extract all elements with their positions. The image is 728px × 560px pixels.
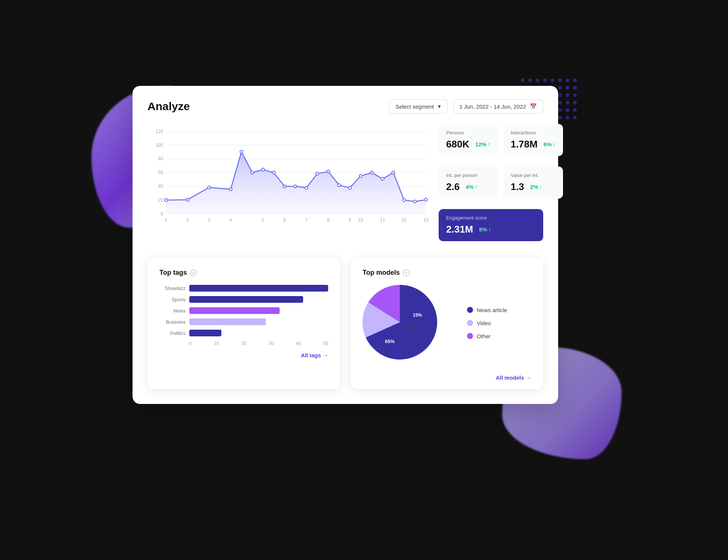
up-arrow-icon: ↑ [475, 184, 478, 190]
svg-point-24 [305, 186, 308, 189]
info-icon-tags: i [190, 270, 197, 276]
stats-grid: Persons 680K 12% ↑ Interactions [439, 124, 543, 204]
legend-dot-news-article [467, 307, 473, 313]
legend-dot-other [467, 333, 473, 339]
line-chart-svg: 120 100 80 60 40 20 0 [147, 124, 430, 228]
svg-point-35 [424, 198, 427, 201]
top-tags-card: Top tags i Showbizz Sports [147, 258, 340, 389]
legend-item-other: Other [467, 333, 507, 339]
svg-text:0: 0 [161, 211, 163, 217]
pie-section: News article Video Other [363, 285, 531, 361]
segment-label: Select segment [395, 103, 434, 110]
svg-point-30 [370, 171, 373, 174]
stat-card-int-per-person: Int. per person 2.6 4% ↑ [439, 167, 498, 199]
up-arrow-icon: ↑ [539, 184, 542, 190]
stat-card-value-per-int: Value per int. 1.3 2% ↑ [503, 167, 563, 199]
stat-card-interactions: Interactions 1.78M 6% ↑ [503, 124, 563, 156]
svg-point-25 [316, 172, 319, 175]
value-per-int-label: Value per int. [511, 172, 556, 178]
svg-text:1: 1 [165, 217, 167, 223]
bar-row-business: Business [159, 318, 328, 325]
engagement-values: 2.31M 8% ↑ [446, 224, 536, 235]
persons-values: 680K 12% ↑ [446, 139, 491, 150]
segment-select[interactable]: Select segment ▾ [389, 99, 447, 113]
svg-text:11: 11 [380, 217, 385, 223]
svg-point-34 [413, 200, 416, 203]
date-range-picker[interactable]: 1 Jun, 2022 - 14 Jun, 2022 📅 [453, 99, 543, 113]
svg-point-19 [251, 171, 254, 174]
pie-chart [363, 285, 437, 360]
svg-text:60: 60 [158, 170, 164, 175]
up-arrow-icon: ↑ [488, 226, 491, 233]
main-card: Analyze Select segment ▾ 1 Jun, 2022 - 1… [133, 86, 558, 404]
bottom-row: Top tags i Showbizz Sports [147, 258, 543, 389]
svg-point-32 [392, 171, 395, 174]
svg-point-16 [208, 186, 211, 189]
svg-text:100: 100 [156, 143, 163, 148]
svg-text:7: 7 [305, 217, 308, 223]
svg-text:3: 3 [208, 217, 211, 223]
interactions-label: Interactions [511, 130, 556, 136]
bar-row-showbizz: Showbizz [159, 285, 328, 292]
top-tags-title: Top tags i [159, 269, 328, 277]
top-models-card: Top models i [351, 258, 543, 389]
svg-point-20 [261, 168, 264, 171]
interactions-value: 1.78M [511, 139, 538, 150]
svg-point-14 [165, 199, 168, 202]
svg-text:40: 40 [158, 184, 164, 189]
value-per-int-values: 1.3 2% ↑ [511, 181, 556, 193]
int-per-person-change: 4% ↑ [466, 184, 477, 190]
bar-label: News [159, 308, 186, 314]
legend-item-video: Video [467, 320, 507, 326]
svg-point-15 [186, 198, 189, 201]
stats-panel: Persons 680K 12% ↑ Interactions [439, 124, 543, 246]
svg-point-18 [240, 150, 243, 153]
bar-fill [189, 318, 266, 325]
int-per-person-label: Int. per person [446, 172, 491, 178]
engagement-change: 8% ↑ [479, 226, 491, 233]
bar-row-politics: Politics [159, 330, 328, 336]
all-tags-link[interactable]: All tags → [159, 352, 328, 358]
svg-text:5: 5 [262, 217, 264, 223]
info-icon-models: i [403, 270, 410, 276]
svg-point-22 [283, 185, 286, 188]
bar-row-sports: Sports [159, 296, 328, 303]
persons-label: Persons [446, 130, 491, 136]
all-models-link[interactable]: All models → [363, 374, 531, 381]
bar-fill [189, 285, 328, 292]
pie-chart-wrap [363, 285, 437, 361]
top-models-title: Top models i [363, 269, 531, 277]
pie-legend: News article Video Other [467, 307, 507, 339]
svg-point-26 [327, 170, 330, 173]
bar-label: Politics [159, 330, 186, 336]
bar-fill [189, 307, 280, 314]
svg-point-31 [381, 177, 384, 180]
header-controls: Select segment ▾ 1 Jun, 2022 - 14 Jun, 2… [389, 99, 543, 113]
bar-label: Sports [159, 297, 186, 302]
svg-point-28 [348, 186, 351, 189]
svg-text:120: 120 [156, 129, 163, 134]
svg-text:12: 12 [402, 217, 407, 223]
up-arrow-icon: ↑ [553, 141, 556, 147]
svg-point-33 [402, 199, 405, 202]
date-range-text: 1 Jun, 2022 - 14 Jun, 2022 [460, 103, 526, 110]
legend-dot-video [467, 320, 473, 326]
svg-point-29 [359, 174, 362, 177]
bar-track [189, 285, 328, 292]
bar-axis: 0 10 20 30 40 50 [159, 341, 328, 346]
interactions-change: 6% ↑ [544, 141, 556, 147]
bar-track [189, 296, 328, 303]
engagement-label: Engagement score [446, 215, 536, 221]
svg-text:4: 4 [230, 217, 232, 223]
svg-text:6: 6 [283, 217, 286, 223]
bar-label: Showbizz [159, 286, 186, 291]
svg-point-27 [337, 184, 340, 187]
calendar-icon: 📅 [530, 103, 537, 110]
bar-track [189, 318, 328, 325]
bar-track [189, 330, 328, 336]
stat-card-engagement: Engagement score 2.31M 8% ↑ [439, 209, 543, 241]
svg-text:2: 2 [186, 217, 189, 223]
persons-value: 680K [446, 139, 469, 150]
value-per-int-value: 1.3 [511, 181, 524, 193]
svg-text:9: 9 [349, 217, 351, 223]
